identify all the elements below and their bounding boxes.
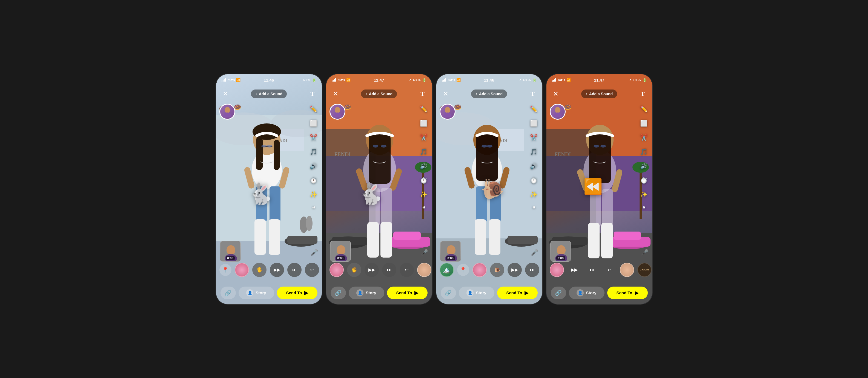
story-button-4[interactable]: 👤 Story xyxy=(569,286,604,299)
location-filter-3[interactable]: 📍 xyxy=(457,264,469,276)
svg-rect-107 xyxy=(589,134,611,183)
text-tool-button-4[interactable]: T xyxy=(638,89,648,99)
microphone-icon-1[interactable]: 🎤 xyxy=(311,249,318,256)
music-tool-icon-1[interactable]: 🎵 xyxy=(309,147,318,157)
status-indicators-4: ↗ 63 % 🔋 xyxy=(629,78,646,82)
pencil-icon-1[interactable]: ✏️ xyxy=(309,104,318,114)
timer-icon-1[interactable]: ⏱️ xyxy=(309,175,318,185)
send-arrow-icon-4: ▶ xyxy=(634,290,639,296)
square-tool-icon-4[interactable]: ⬜ xyxy=(639,118,649,128)
text-tool-button-1[interactable]: T xyxy=(307,89,317,99)
undo-filter-1[interactable]: ↩ xyxy=(305,263,319,277)
video-duration-3: 0:08 xyxy=(446,256,455,260)
send-to-button-1[interactable]: Send To ▶ xyxy=(277,286,317,299)
volume-icon-1[interactable]: 🔊 xyxy=(309,161,318,171)
undo-filter-4[interactable]: ↩ xyxy=(602,263,617,277)
square-tool-icon-2[interactable]: ⬜ xyxy=(419,118,429,128)
top-toolbar-3: ✕ ♪ Add a Sound T xyxy=(436,86,542,102)
microphone-icon-4[interactable]: 🎤 xyxy=(641,249,648,256)
video-thumbnail-2[interactable]: 0:08 xyxy=(330,241,351,262)
story-button-2[interactable]: 👤 Story xyxy=(349,286,384,299)
landscape-filter-3[interactable]: 🏔️ xyxy=(440,263,454,277)
quote-icon-2[interactable]: ❝ xyxy=(419,204,429,214)
pink-filter-1[interactable] xyxy=(235,263,249,277)
pencil-icon-3[interactable]: ✏️ xyxy=(529,104,539,114)
story-button-3[interactable]: 👤 Story xyxy=(459,286,494,299)
fast-forward-filter-1[interactable]: ⏭ xyxy=(287,263,302,277)
send-to-button-2[interactable]: Send To ▶ xyxy=(387,286,428,299)
microphone-icon-2[interactable]: 🎤 xyxy=(421,249,428,256)
close-button-1[interactable]: ✕ xyxy=(220,89,230,99)
fast-forward-filter-4[interactable]: ⏭ xyxy=(585,263,599,277)
snail-filter-3[interactable]: 🐌 xyxy=(490,263,504,277)
video-thumbnail-4[interactable]: 0:08 xyxy=(550,241,571,262)
pink-filter-3[interactable] xyxy=(472,263,487,277)
music-note-icon-1: ♪ xyxy=(255,92,257,96)
add-sound-button-1[interactable]: ♪ Add a Sound xyxy=(251,90,287,98)
undo-filter-2[interactable]: ↩ xyxy=(400,263,414,277)
quote-icon-4[interactable]: ❝ xyxy=(639,204,649,214)
pencil-icon-4[interactable]: ✏️ xyxy=(639,104,649,114)
video-duration-1: 0:08 xyxy=(226,256,235,260)
timer-icon-2[interactable]: ⏱️ xyxy=(419,175,429,185)
play-filter-4[interactable]: ▶▶ xyxy=(567,263,582,277)
volume-icon-2[interactable]: 🔊 xyxy=(419,161,429,171)
sparkle-icon-2[interactable]: ✨ xyxy=(419,190,429,200)
square-tool-icon-1[interactable]: ⬜ xyxy=(309,118,318,128)
story-label-4: Story xyxy=(586,290,596,295)
pink-filter-2[interactable] xyxy=(330,263,344,277)
hand-filter-1[interactable]: 🖐️ xyxy=(252,263,267,277)
close-button-4[interactable]: ✕ xyxy=(551,89,561,99)
close-button-3[interactable]: ✕ xyxy=(441,89,451,99)
play-filter-1[interactable]: ▶▶ xyxy=(270,263,284,277)
timer-icon-3[interactable]: ⏱️ xyxy=(529,175,539,185)
send-to-button-3[interactable]: Send To ▶ xyxy=(497,286,538,299)
text-tool-button-2[interactable]: T xyxy=(417,89,427,99)
sparkle-icon-1[interactable]: ✨ xyxy=(309,190,318,200)
add-sound-button-2[interactable]: ♪ Add a Sound xyxy=(361,90,397,98)
music-tool-icon-3[interactable]: 🎵 xyxy=(529,147,539,157)
volume-icon-4[interactable]: 🔊 xyxy=(639,161,649,171)
quote-icon-3[interactable]: ❝ xyxy=(529,204,539,214)
scissors-icon-3[interactable]: ✂️ xyxy=(529,133,539,143)
hand-filter-2[interactable]: 🖐️ xyxy=(347,263,361,277)
scissors-icon-1[interactable]: ✂️ xyxy=(309,133,318,143)
video-thumbnail-1[interactable]: 0:08 xyxy=(220,241,241,262)
pink-filter-4[interactable] xyxy=(550,263,564,277)
grain-filter-4[interactable]: GRAIN xyxy=(638,263,652,277)
microphone-icon-3[interactable]: 🎤 xyxy=(531,249,538,256)
text-tool-button-3[interactable]: T xyxy=(528,89,537,99)
music-tool-icon-4[interactable]: 🎵 xyxy=(639,147,649,157)
volume-icon-3[interactable]: 🔊 xyxy=(529,161,539,171)
svg-rect-87 xyxy=(443,80,444,81)
sparkle-icon-4[interactable]: ✨ xyxy=(639,190,649,200)
send-to-button-4[interactable]: Send To ▶ xyxy=(607,286,648,299)
fast-forward-filter-2[interactable]: ⏭ xyxy=(382,263,396,277)
timer-icon-4[interactable]: ⏱️ xyxy=(639,175,649,185)
play-filter-3[interactable]: ▶▶ xyxy=(507,263,522,277)
nude-filter-2[interactable] xyxy=(417,263,431,277)
close-button-2[interactable]: ✕ xyxy=(331,89,340,99)
add-sound-button-4[interactable]: ♪ Add a Sound xyxy=(581,90,617,98)
play-filter-2[interactable]: ▶▶ xyxy=(365,263,379,277)
location-filter-1[interactable]: 📍 xyxy=(219,264,231,276)
pencil-icon-2[interactable]: ✏️ xyxy=(419,104,429,114)
svg-rect-59 xyxy=(334,79,335,81)
sparkle-icon-3[interactable]: ✨ xyxy=(529,190,539,200)
fast-forward-filter-3[interactable]: ⏭ xyxy=(525,263,539,277)
link-button-1[interactable]: 🔗 xyxy=(220,286,236,299)
scissors-icon-2[interactable]: ✂️ xyxy=(419,133,429,143)
link-button-3[interactable]: 🔗 xyxy=(441,286,456,299)
right-tools-2: ✏️ ⬜ ✂️ 🎵 🔊 ⏱️ ✨ ❝ xyxy=(419,104,429,214)
add-sound-button-3[interactable]: ♪ Add a Sound xyxy=(471,90,507,98)
link-button-2[interactable]: 🔗 xyxy=(331,286,346,299)
square-tool-icon-3[interactable]: ⬜ xyxy=(529,118,539,128)
story-icon-4: 👤 xyxy=(577,289,584,297)
scissors-icon-4[interactable]: ✂️ xyxy=(639,133,649,143)
video-thumbnail-3[interactable]: 0:08 xyxy=(440,241,461,262)
nude-filter-4[interactable] xyxy=(620,263,634,277)
quote-icon-1[interactable]: ❝ xyxy=(309,204,318,214)
link-button-4[interactable]: 🔗 xyxy=(551,286,566,299)
story-button-1[interactable]: 👤 Story xyxy=(239,286,274,299)
music-tool-icon-2[interactable]: 🎵 xyxy=(419,147,429,157)
